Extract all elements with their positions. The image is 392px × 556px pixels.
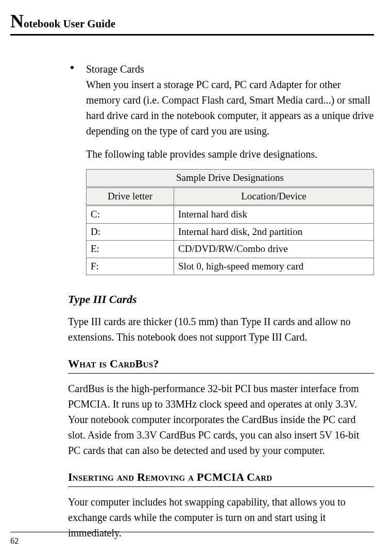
table-intro-text: The following table provides sample driv… [68,146,374,162]
page-footer: 62 [10,532,374,546]
heading-cardbus: What is CardBus? [68,355,374,374]
page-header: Notebook User Guide [10,10,374,36]
table-row: E: CD/DVD/RW/Combo drive [87,241,374,258]
bullet-heading: Storage Cards [86,63,144,75]
heading-inserting: Inserting and Removing a PCMCIA Card [68,468,374,487]
cell-drive: C: [87,206,174,224]
table-row: D: Internal hard disk, 2nd partition [87,223,374,241]
table-col-drive-letter: Drive letter [87,187,174,206]
table-col-location: Location/Device [174,187,374,206]
table-row: C: Internal hard disk [87,206,374,224]
table-row: F: Slot 0, high-speed memory card [87,258,374,275]
cell-drive: F: [87,258,174,275]
drive-designations-table: Sample Drive Designations Drive letter L… [86,169,374,275]
header-dropcap: N [10,11,24,31]
bullet-body-text: When you insert a storage PC card, PC ca… [86,79,373,137]
cell-location: CD/DVD/RW/Combo drive [174,241,374,258]
bullet-icon [71,66,74,69]
cell-location: Slot 0, high-speed memory card [174,258,374,275]
page-content: Storage Cards When you insert a storage … [10,61,374,541]
cell-location: Internal hard disk [174,206,374,224]
bullet-storage-cards: Storage Cards When you insert a storage … [68,61,374,139]
page-number: 62 [10,536,19,545]
cell-drive: E: [87,241,174,258]
header-title-rest: otebook User Guide [24,18,115,30]
cell-location: Internal hard disk, 2nd partition [174,223,374,241]
body-type3: Type III cards are thicker (10.5 mm) tha… [68,314,374,345]
table-title: Sample Drive Designations [87,170,374,188]
heading-type3: Type III Cards [68,291,374,308]
body-cardbus: CardBus is the high-performance 32-bit P… [68,381,374,458]
cell-drive: D: [87,223,174,241]
header-title: Notebook User Guide [10,18,115,30]
